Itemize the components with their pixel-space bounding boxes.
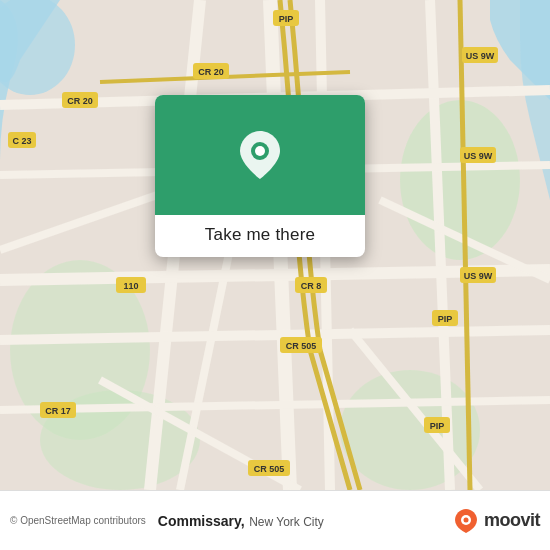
location-city: New York City [249, 515, 324, 529]
svg-text:US 9W: US 9W [464, 151, 493, 161]
moovit-logo: moovit [452, 507, 540, 535]
svg-text:CR 505: CR 505 [254, 464, 285, 474]
copyright-text: © OpenStreetMap contributors [10, 515, 146, 526]
svg-text:US 9W: US 9W [466, 51, 495, 61]
moovit-pin-icon [452, 507, 480, 535]
svg-point-5 [340, 370, 480, 490]
moovit-brand-text: moovit [484, 510, 540, 531]
popup-card: Take me there [155, 95, 365, 257]
map-container: PIP CR 20 US 9W CR 20 C 23 US 9W US 9W 1… [0, 0, 550, 490]
svg-text:US 9W: US 9W [464, 271, 493, 281]
svg-text:CR 505: CR 505 [286, 341, 317, 351]
svg-text:C 23: C 23 [12, 136, 31, 146]
svg-text:CR 8: CR 8 [301, 281, 322, 291]
svg-text:PIP: PIP [279, 14, 294, 24]
take-me-there-button[interactable]: Take me there [205, 225, 315, 245]
svg-text:PIP: PIP [438, 314, 453, 324]
svg-text:CR 20: CR 20 [67, 96, 93, 106]
svg-text:110: 110 [123, 281, 138, 291]
svg-text:PIP: PIP [430, 421, 445, 431]
location-info: Commissary, New York City [158, 512, 444, 530]
location-pin-icon [238, 133, 282, 177]
svg-text:CR 17: CR 17 [45, 406, 71, 416]
bottom-bar: © OpenStreetMap contributors Commissary,… [0, 490, 550, 550]
svg-point-54 [463, 517, 468, 522]
svg-text:CR 20: CR 20 [198, 67, 224, 77]
svg-point-52 [255, 146, 265, 156]
location-name: Commissary, [158, 513, 245, 529]
popup-green-area [155, 95, 365, 215]
popup-button-area[interactable]: Take me there [155, 215, 365, 257]
